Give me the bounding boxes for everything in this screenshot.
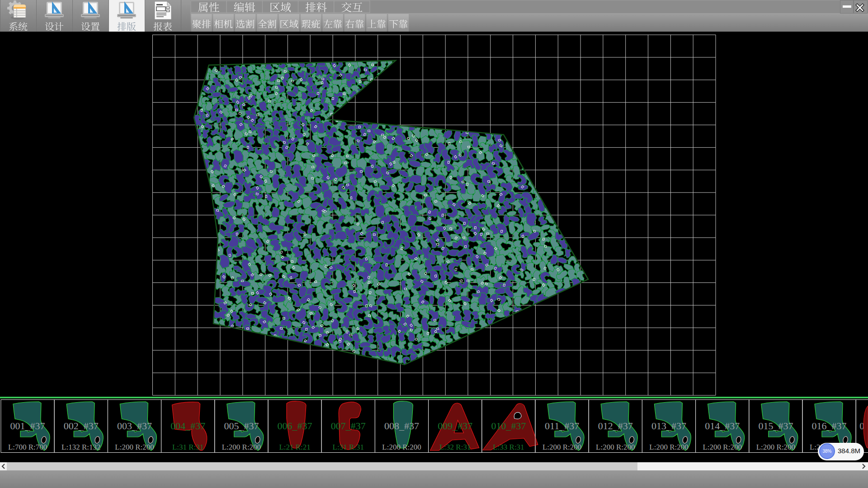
svg-text:L:21 R:21: L:21 R:21 (279, 443, 310, 451)
svg-text:011_#37: 011_#37 (545, 420, 579, 432)
svg-text:001_#37: 001_#37 (10, 420, 45, 432)
svg-text:002_#37: 002_#37 (64, 420, 99, 432)
svg-text:008_#37: 008_#37 (384, 420, 419, 432)
svg-text:015_#37: 015_#37 (758, 420, 793, 432)
svg-text:013_#37: 013_#37 (651, 420, 686, 432)
svg-text:014_#37: 014_#37 (705, 420, 740, 432)
svg-text:007_#37: 007_#37 (331, 420, 366, 432)
svg-text:L:200 R:200: L:200 R:200 (703, 443, 741, 451)
svg-text:009_#37: 009_#37 (438, 420, 472, 432)
svg-text:L:132 R:132: L:132 R:132 (61, 443, 100, 451)
svg-text:L:32 R:31: L:32 R:31 (439, 443, 471, 451)
svg-text:L:33 R:31: L:33 R:31 (493, 443, 524, 451)
svg-text:L:700 R:700: L:700 R:700 (8, 443, 47, 451)
svg-text:L:200 R:200: L:200 R:200 (649, 443, 688, 451)
svg-text:016_#37: 016_#37 (812, 420, 847, 432)
svg-text:012_#37: 012_#37 (598, 420, 633, 432)
svg-text:L:31 R:31: L:31 R:31 (172, 443, 203, 451)
svg-text:010_#37: 010_#37 (491, 420, 526, 432)
svg-text:L:200 R:200: L:200 R:200 (596, 443, 635, 451)
svg-text:006_#37: 006_#37 (278, 420, 312, 432)
svg-text:L:200 R:200: L:200 R:200 (542, 443, 581, 451)
svg-text:L:200 R:200: L:200 R:200 (222, 443, 261, 451)
svg-text:L:200 R:200: L:200 R:200 (115, 443, 154, 451)
svg-text:003_#37: 003_#37 (117, 420, 152, 432)
svg-text:005_#37: 005_#37 (224, 420, 259, 432)
svg-text:L:200 R:200: L:200 R:200 (382, 443, 421, 451)
svg-text:004_#37: 004_#37 (170, 420, 205, 432)
svg-text:L:31 R:31: L:31 R:31 (333, 443, 364, 451)
svg-text:L:200 R:200: L:200 R:200 (756, 443, 795, 451)
